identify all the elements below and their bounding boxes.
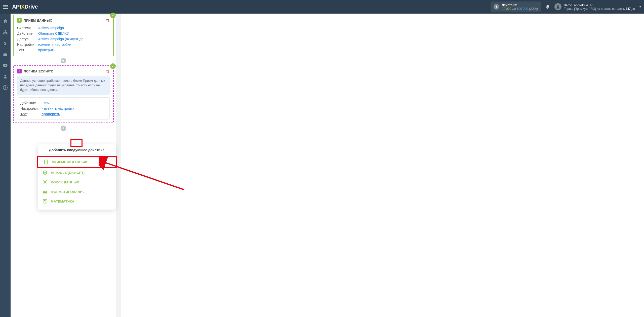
actions-sep: из <box>512 7 516 11</box>
svg-point-0 <box>557 5 559 7</box>
logo-pre: API <box>12 4 21 10</box>
logo-post: Drive <box>24 4 38 10</box>
user-menu[interactable]: demo_apix-drive_s3 Тариф |Премиум PRO| д… <box>554 3 641 11</box>
actions-label: Действия: <box>502 3 538 7</box>
chevron-down-icon: ▾ <box>639 5 641 9</box>
actions-pill[interactable]: i Действия: 22'092 из 100'000 (22%) <box>491 2 541 12</box>
bell-icon[interactable] <box>545 5 550 9</box>
actions-max: 100'000 <box>517 7 528 11</box>
actions-pct: (22%) <box>529 7 538 11</box>
actions-used: 22'092 <box>502 7 511 11</box>
topbar-right: i Действия: 22'092 из 100'000 (22%) demo… <box>491 2 641 12</box>
username: demo_apix-drive_s3 <box>564 3 635 7</box>
topbar: APIXDrive i Действия: 22'092 из 100'000 … <box>0 0 644 14</box>
tariff-line: Тариф |Премиум PRO| до оплаты осталось 3… <box>564 7 635 11</box>
logo-x: X <box>21 4 24 10</box>
info-icon: i <box>494 4 499 10</box>
avatar-icon <box>554 3 561 10</box>
menu-toggle[interactable] <box>3 4 9 10</box>
logo[interactable]: APIXDrive <box>12 4 38 10</box>
